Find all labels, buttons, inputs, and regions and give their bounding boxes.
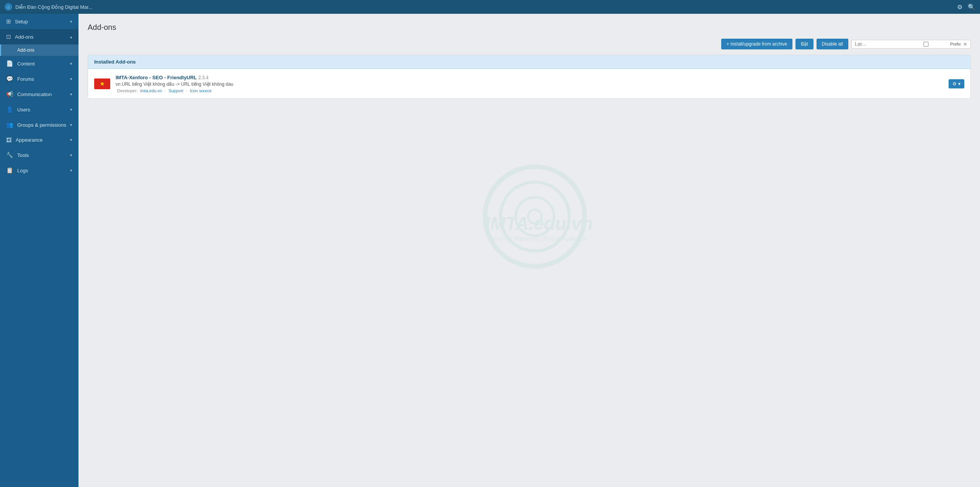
addon-actions: ⚙ ▾ [949,79,964,88]
logs-icon: 📋 [6,167,13,174]
content-icon: 📄 [6,60,13,67]
sidebar-label-logs: Logs [17,168,28,173]
main-layout: ⊞ Setup ▾ ⊡ Add-ons ▴ Add-ons 📄 Content … [0,14,980,487]
chevron-down-icon: ▾ [70,92,72,97]
sidebar-label-tools: Tools [17,152,29,158]
addon-flag-vn [94,78,110,89]
support-link[interactable]: Support [168,88,183,93]
addon-info: IMTA-Xenforo - SEO - FriendlyURL 2.3.4 v… [116,74,943,93]
sidebar: ⊞ Setup ▾ ⊡ Add-ons ▴ Add-ons 📄 Content … [0,14,78,487]
watermark: IMTA.edu.vn Internet Marketing Target Au… [485,167,593,242]
chevron-down-icon: ▾ [70,123,72,127]
svg-point-2 [516,198,554,236]
sidebar-label-setup: Setup [15,19,28,25]
content-area: Add-ons + Install/upgrade from archive B… [78,14,980,487]
prefix-checkbox[interactable] [903,42,949,47]
sidebar-sub-label-addons: Add-ons [17,47,34,53]
chevron-up-icon: ▴ [70,34,72,39]
sidebar-sub-addons[interactable]: Add-ons [0,44,78,56]
search-filter: Prefix ✕ [851,40,971,49]
addon-links: Developer: imta.edu.vn · Support · Icon … [116,88,943,93]
sidebar-item-forums[interactable]: 💬 Forums ▾ [0,71,78,87]
sidebar-item-logs[interactable]: 📋 Logs ▾ [0,163,78,178]
sidebar-item-tools[interactable]: 🔧 Tools ▾ [0,147,78,163]
watermark-sub: Internet Marketing Target Audience [485,235,593,242]
sidebar-item-setup[interactable]: ⊞ Setup ▾ [0,14,78,29]
users-icon: 👤 [6,106,13,113]
chevron-down-icon: ▾ [70,153,72,158]
sidebar-label-users: Users [17,107,30,113]
app-logo: ⌂ [5,3,12,11]
addon-description: vn URL tiếng Việt không dấu -> URL tiếng… [116,82,943,87]
disable-all-button[interactable]: Disable all [817,39,848,49]
communication-icon: 📢 [6,91,13,98]
app-title: Diễn Đàn Cộng Đồng Digital Mar... [15,4,93,10]
addon-name: IMTA-Xenforo - SEO - FriendlyURL [116,75,197,80]
search-input[interactable] [855,41,901,47]
chevron-down-icon: ▾ [70,19,72,24]
prefix-text: Prefix [950,42,961,46]
prefix-label[interactable]: Prefix [903,42,961,47]
gear-dropdown-icon: ▾ [958,81,960,87]
sidebar-item-users[interactable]: 👤 Users ▾ [0,102,78,117]
settings-icon[interactable]: ⚙ [957,3,962,11]
sidebar-item-groups[interactable]: 👥 Groups & permissions ▾ [0,117,78,132]
sidebar-label-groups: Groups & permissions [17,122,66,128]
developer-label: Developer: [117,88,137,93]
addons-icon: ⊡ [6,33,11,40]
groups-icon: 👥 [6,121,13,128]
developer-link[interactable]: imta.edu.vn [140,88,162,93]
sidebar-label-communication: Communication [17,92,52,97]
link-separator-1: · [165,88,167,93]
svg-point-1 [500,182,569,251]
topbar-right: ⚙ 🔍 [957,3,975,11]
sidebar-item-communication[interactable]: 📢 Communication ▾ [0,87,78,102]
sidebar-label-addons: Add-ons [15,34,33,40]
icon-source-link[interactable]: Icon source [190,88,212,93]
forums-icon: 💬 [6,75,13,82]
topbar: ⌂ Diễn Đàn Cộng Đồng Digital Mar... ⚙ 🔍 [0,0,980,14]
page-title: Add-ons [88,23,971,32]
sidebar-item-content[interactable]: 📄 Content ▾ [0,56,78,71]
installed-addons-section: Installed Add-ons IMTA-Xenforo - SEO - F… [88,55,971,99]
installed-addons-header: Installed Add-ons [88,55,970,69]
sidebar-item-addons[interactable]: ⊡ Add-ons ▴ [0,29,78,44]
addon-name-row: IMTA-Xenforo - SEO - FriendlyURL 2.3.4 [116,74,943,80]
chevron-down-icon: ▾ [70,137,72,142]
topbar-left: ⌂ Diễn Đàn Cộng Đồng Digital Mar... [5,3,93,11]
link-separator-2: · [186,88,188,93]
watermark-main: IMTA.edu.vn [485,213,593,234]
gear-icon: ⚙ [952,81,957,87]
bat-button[interactable]: Bật [795,39,813,49]
chevron-down-icon: ▾ [70,61,72,66]
setup-icon: ⊞ [6,18,11,25]
addon-version: 2.3.4 [198,75,209,80]
sidebar-item-appearance[interactable]: 🖼 Appearance ▾ [0,132,78,147]
sidebar-label-appearance: Appearance [16,137,42,143]
install-upgrade-button[interactable]: + Install/upgrade from archive [721,39,792,49]
chevron-down-icon: ▾ [70,168,72,173]
content-wrapper: Add-ons + Install/upgrade from archive B… [88,23,971,99]
appearance-icon: 🖼 [6,137,12,143]
sidebar-label-forums: Forums [17,76,34,82]
tools-icon: 🔧 [6,152,13,159]
toolbar-row: + Install/upgrade from archive Bật Disab… [88,39,971,49]
table-row: IMTA-Xenforo - SEO - FriendlyURL 2.3.4 v… [88,69,970,98]
svg-point-0 [485,167,585,266]
chevron-down-icon: ▾ [70,107,72,112]
chevron-down-icon: ▾ [70,77,72,82]
sidebar-label-content: Content [17,61,35,67]
addon-gear-button[interactable]: ⚙ ▾ [949,79,964,88]
svg-point-3 [528,210,542,224]
clear-search-icon[interactable]: ✕ [963,41,967,47]
global-search-icon[interactable]: 🔍 [968,3,975,11]
